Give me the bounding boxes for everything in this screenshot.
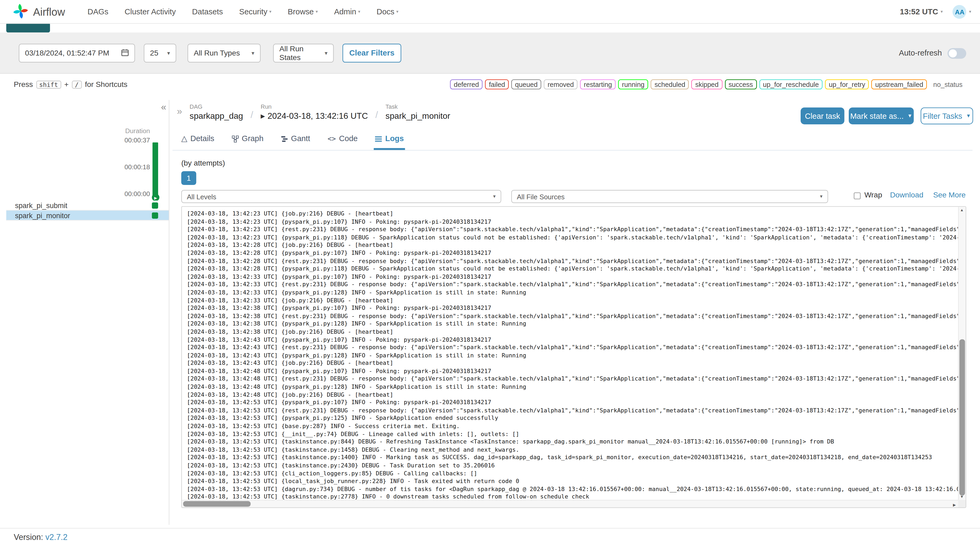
log-line: [2024-03-18, 13:42:53 UTC] {__init__.py:… <box>187 430 958 438</box>
status-badge[interactable]: skipped <box>692 80 722 89</box>
nav-item-label: Admin <box>334 8 356 16</box>
task-state-square[interactable] <box>152 212 158 219</box>
auto-refresh-toggle[interactable] <box>948 48 966 59</box>
breadcrumb-run-text: 2024-03-18, 13:42:16 UTC <box>267 111 368 121</box>
file-sources-select[interactable]: All File Sources ▾ <box>511 190 828 203</box>
log-output-panel[interactable]: [2024-03-18, 13:42:23 UTC] {job.py:216} … <box>181 206 966 508</box>
partially-hidden-button[interactable] <box>6 22 50 33</box>
clear-task-button[interactable]: Clear task <box>800 107 845 124</box>
status-badge[interactable]: up_for_retry <box>825 80 869 89</box>
nav-item[interactable]: Security ▾ <box>239 8 272 16</box>
status-badge[interactable]: restarting <box>580 80 616 89</box>
nav-item[interactable]: Docs ▾ <box>377 8 398 16</box>
log-levels-value: All Levels <box>187 193 216 200</box>
version-link[interactable]: v2.7.2 <box>45 532 67 541</box>
nav-item[interactable]: DAGs ▾ <box>88 8 108 16</box>
run-types-select[interactable]: All Run Types ▾ <box>188 44 261 63</box>
mark-state-as-button[interactable]: Mark state as... ▼ <box>849 107 914 124</box>
status-badge[interactable]: no_status <box>929 80 966 89</box>
nav-item[interactable]: Admin ▾ <box>334 8 360 16</box>
status-badge[interactable]: failed <box>485 80 509 89</box>
tab-gantt[interactable]: Gantt <box>280 134 311 150</box>
log-line: [2024-03-18, 13:42:38 UTC] {pyspark_pi.p… <box>187 304 958 312</box>
nav-item[interactable]: Datasets ▾ <box>192 8 223 16</box>
log-line: [2024-03-18, 13:42:23 UTC] {rest.py:231}… <box>187 226 958 234</box>
horizontal-scroll-thumb[interactable] <box>183 501 251 507</box>
tab-details[interactable]: △ Details <box>180 134 216 150</box>
task-row[interactable]: spark_pi_submit <box>6 200 169 211</box>
scroll-right-icon[interactable]: ▶ <box>952 503 957 507</box>
log-line: [2024-03-18, 13:42:38 UTC] {rest.py:231}… <box>187 312 958 320</box>
breadcrumb-run-value[interactable]: ▶ 2024-03-18, 13:42:16 UTC <box>261 111 368 121</box>
tab-graph[interactable]: Graph <box>231 134 265 150</box>
run-types-value: All Run Types <box>194 49 240 57</box>
see-more-link[interactable]: See More <box>933 191 966 199</box>
nav-item-label: Cluster Activity <box>125 8 176 16</box>
user-menu[interactable]: AA ▾ <box>953 5 971 19</box>
wrap-checkbox[interactable] <box>854 193 861 199</box>
download-link[interactable]: Download <box>890 191 923 199</box>
expand-panel-icon[interactable]: » <box>177 105 182 118</box>
breadcrumb-separator: / <box>251 109 253 120</box>
clear-task-label: Clear task <box>805 111 840 120</box>
status-badge[interactable]: up_for_reschedule <box>759 80 822 89</box>
tab-label: Logs <box>385 134 404 143</box>
chevron-down-icon: ▾ <box>396 9 398 14</box>
tab-logs[interactable]: Logs <box>374 134 405 150</box>
attempt-1-button[interactable]: 1 <box>181 171 196 185</box>
chevron-down-icon: ▾ <box>358 9 360 14</box>
collapse-sidebar-button[interactable]: « <box>161 101 166 112</box>
status-legend: deferredfailedqueuedremovedrestartingrun… <box>450 73 966 95</box>
status-badge[interactable]: queued <box>511 80 541 89</box>
clock-menu[interactable]: 13:52 UTC ▾ <box>900 8 943 16</box>
task-state-square[interactable] <box>152 202 158 209</box>
base-date-input[interactable]: 03/18/2024, 01:52:47 PM <box>19 44 135 63</box>
page-size-select[interactable]: 25 ▾ <box>144 44 176 63</box>
status-badge[interactable]: removed <box>544 80 578 89</box>
log-line: [2024-03-18, 13:42:28 UTC] {rest.py:231}… <box>187 257 958 265</box>
status-badge[interactable]: scheduled <box>651 80 689 89</box>
task-row[interactable]: spark_pi_monitor <box>6 210 169 221</box>
auto-refresh-label: Auto-refresh <box>899 49 942 57</box>
log-line: [2024-03-18, 13:42:53 UTC] {pyspark_pi.p… <box>187 399 958 407</box>
brand[interactable]: Airflow <box>13 3 65 22</box>
log-line: [2024-03-18, 13:42:33 UTC] {rest.py:231}… <box>187 281 958 289</box>
status-badge[interactable]: upstream_failed <box>872 80 927 89</box>
manual-run-icon[interactable]: ▶ <box>152 194 159 201</box>
chevron-down-icon: ▾ <box>493 194 495 199</box>
code-icon: <> <box>328 135 336 143</box>
scroll-down-icon[interactable]: ▼ <box>958 495 966 498</box>
breadcrumb-dag-value[interactable]: sparkapp_dag <box>189 111 243 121</box>
nav-item[interactable]: Cluster Activity ▾ <box>125 8 176 16</box>
run-duration-bar[interactable] <box>153 142 158 197</box>
status-badge[interactable]: deferred <box>450 80 483 89</box>
grid-sidebar: « Duration 00:00:3700:00:1800:00:00 ▶ sp… <box>6 95 169 528</box>
run-states-value: All Run States <box>279 45 321 62</box>
log-levels-select[interactable]: All Levels ▾ <box>181 190 501 203</box>
clear-filters-button[interactable]: Clear Filters <box>343 44 401 63</box>
filter-tasks-button[interactable]: Filter Tasks ▼ <box>921 107 974 124</box>
auto-refresh-control: Auto-refresh <box>899 44 966 63</box>
scrollbar-corner <box>958 500 966 507</box>
nav-item-label: Datasets <box>192 8 223 16</box>
breadcrumb-task-label: Task <box>385 103 450 110</box>
vertical-scrollbar[interactable]: ▲ ▼ <box>958 207 966 500</box>
breadcrumb-task-value[interactable]: spark_pi_monitor <box>385 111 450 121</box>
details-tabs: △ Details Graph Gantt <> Code Logs <box>172 132 972 150</box>
status-badge[interactable]: running <box>618 80 648 89</box>
main-nav: DAGs ▾ Cluster Activity ▾ Datasets ▾ Sec… <box>88 0 398 24</box>
log-line: [2024-03-18, 13:42:53 UTC] {cli_action_l… <box>187 469 958 477</box>
horizontal-scrollbar[interactable]: ▶ <box>182 500 958 507</box>
scroll-up-icon[interactable]: ▲ <box>958 208 966 212</box>
log-line: [2024-03-18, 13:42:53 UTC] {rest.py:231}… <box>187 407 958 415</box>
status-badge[interactable]: success <box>725 80 757 89</box>
nav-item[interactable]: Browse ▾ <box>288 8 318 16</box>
tab-code[interactable]: <> Code <box>326 134 359 150</box>
log-line: [2024-03-18, 13:42:53 UTC] {taskinstance… <box>187 454 958 462</box>
run-states-select[interactable]: All Run States ▾ <box>273 44 334 63</box>
shortcuts-text: Press <box>14 80 33 89</box>
filter-tasks-label: Filter Tasks <box>923 111 962 120</box>
log-line: [2024-03-18, 13:42:43 UTC] {pyspark_pi.p… <box>187 352 958 360</box>
top-navbar: Airflow DAGs ▾ Cluster Activity ▾ Datase… <box>0 0 980 24</box>
vertical-scroll-thumb[interactable] <box>959 339 965 496</box>
